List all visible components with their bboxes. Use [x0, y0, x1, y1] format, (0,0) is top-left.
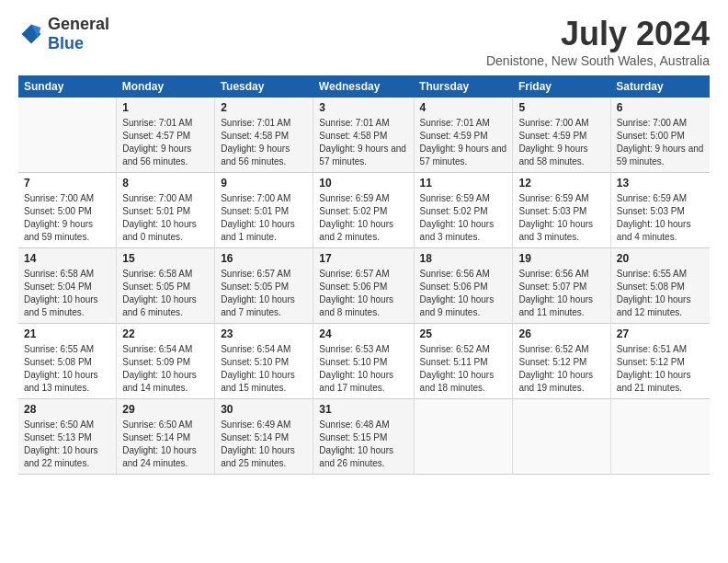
day-info: Sunrise: 6:48 AMSunset: 5:15 PMDaylight:…	[319, 419, 407, 470]
calendar-cell: 19Sunrise: 6:56 AMSunset: 5:07 PMDayligh…	[513, 248, 610, 324]
calendar-cell: 13Sunrise: 6:59 AMSunset: 5:03 PMDayligh…	[610, 173, 710, 248]
day-number: 20	[617, 252, 704, 265]
day-info: Sunrise: 6:57 AMSunset: 5:06 PMDaylight:…	[319, 268, 407, 319]
calendar-row-2: 14Sunrise: 6:58 AMSunset: 5:04 PMDayligh…	[18, 248, 710, 324]
calendar-cell: 5Sunrise: 7:00 AMSunset: 4:59 PMDaylight…	[513, 98, 610, 173]
calendar-cell: 2Sunrise: 7:01 AMSunset: 4:58 PMDaylight…	[215, 98, 313, 173]
calendar-cell: 12Sunrise: 6:59 AMSunset: 5:03 PMDayligh…	[513, 173, 610, 248]
calendar-cell: 16Sunrise: 6:57 AMSunset: 5:05 PMDayligh…	[215, 248, 313, 324]
day-info: Sunrise: 7:01 AMSunset: 4:58 PMDaylight:…	[221, 117, 307, 168]
day-number: 11	[420, 177, 507, 190]
day-info: Sunrise: 6:59 AMSunset: 5:02 PMDaylight:…	[420, 192, 507, 244]
day-info: Sunrise: 6:58 AMSunset: 5:04 PMDaylight:…	[24, 268, 110, 319]
calendar-cell: 29Sunrise: 6:50 AMSunset: 5:14 PMDayligh…	[117, 399, 215, 475]
day-number: 12	[518, 177, 604, 190]
calendar-cell: 18Sunrise: 6:56 AMSunset: 5:06 PMDayligh…	[414, 248, 513, 324]
header-tuesday: Tuesday	[215, 75, 313, 98]
logo-text: General Blue	[48, 15, 109, 53]
calendar-cell: 20Sunrise: 6:55 AMSunset: 5:08 PMDayligh…	[610, 248, 710, 324]
calendar-cell: 8Sunrise: 7:00 AMSunset: 5:01 PMDaylight…	[117, 173, 215, 248]
calendar-cell	[610, 399, 710, 475]
header-monday: Monday	[117, 75, 215, 98]
day-number: 22	[122, 327, 209, 340]
day-info: Sunrise: 6:59 AMSunset: 5:02 PMDaylight:…	[319, 192, 407, 244]
calendar-cell: 23Sunrise: 6:54 AMSunset: 5:10 PMDayligh…	[215, 324, 313, 399]
day-number: 4	[420, 101, 507, 114]
day-number: 14	[24, 252, 110, 265]
day-info: Sunrise: 6:55 AMSunset: 5:08 PMDaylight:…	[617, 268, 704, 319]
calendar-cell: 24Sunrise: 6:53 AMSunset: 5:10 PMDayligh…	[313, 324, 414, 399]
calendar-cell: 25Sunrise: 6:52 AMSunset: 5:11 PMDayligh…	[414, 324, 513, 399]
main-title: July 2024	[486, 15, 710, 53]
day-info: Sunrise: 6:49 AMSunset: 5:14 PMDaylight:…	[221, 419, 307, 470]
logo-blue: Blue	[48, 34, 84, 52]
logo-icon	[18, 21, 44, 47]
calendar-row-4: 28Sunrise: 6:50 AMSunset: 5:13 PMDayligh…	[18, 399, 710, 475]
day-number: 25	[420, 327, 507, 340]
day-number: 6	[617, 101, 704, 114]
day-info: Sunrise: 6:57 AMSunset: 5:05 PMDaylight:…	[221, 268, 307, 319]
calendar-cell: 31Sunrise: 6:48 AMSunset: 5:15 PMDayligh…	[313, 399, 414, 475]
day-info: Sunrise: 6:56 AMSunset: 5:06 PMDaylight:…	[420, 268, 507, 319]
day-number: 10	[319, 177, 407, 190]
subtitle: Denistone, New South Wales, Australia	[486, 53, 710, 68]
day-number: 18	[420, 252, 507, 265]
calendar-header-row: Sunday Monday Tuesday Wednesday Thursday…	[18, 75, 710, 98]
day-info: Sunrise: 7:00 AMSunset: 5:00 PMDaylight:…	[24, 192, 110, 244]
day-info: Sunrise: 6:50 AMSunset: 5:13 PMDaylight:…	[24, 419, 110, 470]
day-number: 13	[617, 177, 704, 190]
day-info: Sunrise: 7:00 AMSunset: 4:59 PMDaylight:…	[518, 117, 604, 168]
day-info: Sunrise: 6:56 AMSunset: 5:07 PMDaylight:…	[518, 268, 604, 319]
calendar-table: Sunday Monday Tuesday Wednesday Thursday…	[18, 75, 710, 475]
calendar-cell: 27Sunrise: 6:51 AMSunset: 5:12 PMDayligh…	[610, 324, 710, 399]
day-info: Sunrise: 7:00 AMSunset: 5:01 PMDaylight:…	[122, 192, 209, 244]
day-number: 17	[319, 252, 407, 265]
day-number: 3	[319, 101, 407, 114]
calendar-row-3: 21Sunrise: 6:55 AMSunset: 5:08 PMDayligh…	[18, 324, 710, 399]
day-info: Sunrise: 6:52 AMSunset: 5:11 PMDaylight:…	[420, 343, 507, 395]
calendar-cell: 7Sunrise: 7:00 AMSunset: 5:00 PMDaylight…	[18, 173, 117, 248]
day-info: Sunrise: 7:01 AMSunset: 4:58 PMDaylight:…	[319, 117, 407, 168]
day-number: 7	[24, 177, 110, 190]
calendar-row-0: 1Sunrise: 7:01 AMSunset: 4:57 PMDaylight…	[18, 98, 710, 173]
day-number: 31	[319, 403, 407, 416]
calendar-cell	[18, 98, 117, 173]
calendar-cell	[513, 399, 610, 475]
day-info: Sunrise: 7:00 AMSunset: 5:00 PMDaylight:…	[617, 117, 704, 168]
day-number: 15	[122, 252, 209, 265]
day-info: Sunrise: 6:54 AMSunset: 5:10 PMDaylight:…	[221, 343, 307, 395]
calendar-cell: 15Sunrise: 6:58 AMSunset: 5:05 PMDayligh…	[117, 248, 215, 324]
calendar-cell: 30Sunrise: 6:49 AMSunset: 5:14 PMDayligh…	[215, 399, 313, 475]
day-info: Sunrise: 7:01 AMSunset: 4:57 PMDaylight:…	[122, 117, 209, 168]
calendar-cell: 11Sunrise: 6:59 AMSunset: 5:02 PMDayligh…	[414, 173, 513, 248]
header-saturday: Saturday	[610, 75, 710, 98]
day-info: Sunrise: 7:00 AMSunset: 5:01 PMDaylight:…	[221, 192, 307, 244]
calendar-cell: 9Sunrise: 7:00 AMSunset: 5:01 PMDaylight…	[215, 173, 313, 248]
day-number: 16	[221, 252, 307, 265]
day-info: Sunrise: 6:52 AMSunset: 5:12 PMDaylight:…	[518, 343, 604, 395]
day-info: Sunrise: 6:51 AMSunset: 5:12 PMDaylight:…	[617, 343, 704, 395]
calendar-cell: 17Sunrise: 6:57 AMSunset: 5:06 PMDayligh…	[313, 248, 414, 324]
day-number: 19	[518, 252, 604, 265]
calendar-cell: 26Sunrise: 6:52 AMSunset: 5:12 PMDayligh…	[513, 324, 610, 399]
day-info: Sunrise: 6:53 AMSunset: 5:10 PMDaylight:…	[319, 343, 407, 395]
day-number: 30	[221, 403, 307, 416]
title-area: July 2024 Denistone, New South Wales, Au…	[486, 15, 710, 68]
calendar-cell: 10Sunrise: 6:59 AMSunset: 5:02 PMDayligh…	[313, 173, 414, 248]
logo-general: General	[48, 15, 109, 33]
calendar-cell: 1Sunrise: 7:01 AMSunset: 4:57 PMDaylight…	[117, 98, 215, 173]
calendar-cell: 21Sunrise: 6:55 AMSunset: 5:08 PMDayligh…	[18, 324, 117, 399]
calendar-row-1: 7Sunrise: 7:00 AMSunset: 5:00 PMDaylight…	[18, 173, 710, 248]
day-number: 28	[24, 403, 110, 416]
calendar-cell: 6Sunrise: 7:00 AMSunset: 5:00 PMDaylight…	[610, 98, 710, 173]
day-info: Sunrise: 6:55 AMSunset: 5:08 PMDaylight:…	[24, 343, 110, 395]
day-number: 21	[24, 327, 110, 340]
day-number: 26	[518, 327, 604, 340]
day-number: 1	[122, 101, 209, 114]
calendar-cell: 28Sunrise: 6:50 AMSunset: 5:13 PMDayligh…	[18, 399, 117, 475]
calendar-cell: 4Sunrise: 7:01 AMSunset: 4:59 PMDaylight…	[414, 98, 513, 173]
logo: General Blue	[18, 15, 109, 53]
day-number: 23	[221, 327, 307, 340]
day-number: 5	[518, 101, 604, 114]
day-number: 24	[319, 327, 407, 340]
